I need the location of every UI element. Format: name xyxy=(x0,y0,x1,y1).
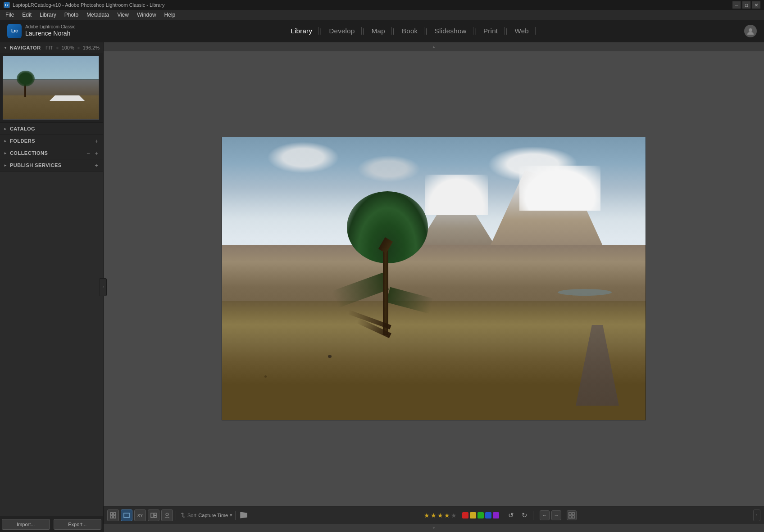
collections-add-button[interactable]: + xyxy=(93,150,100,156)
flag-icon[interactable] xyxy=(240,512,247,518)
rotate-right-button[interactable]: ↻ xyxy=(518,509,530,521)
menu-photo[interactable]: Photo xyxy=(61,11,82,19)
nav-prev-button[interactable]: ← xyxy=(540,510,550,520)
color-yellow[interactable] xyxy=(470,512,476,518)
menu-view[interactable]: View xyxy=(114,11,132,19)
collections-collapse-icon: ► xyxy=(4,151,7,155)
folders-title: Folders xyxy=(10,138,35,144)
module-web[interactable]: Web xyxy=(508,27,535,35)
catalog-title: Catalog xyxy=(10,126,35,131)
import-button[interactable]: Import... xyxy=(2,519,50,530)
catalog-header[interactable]: ► Catalog xyxy=(0,123,103,135)
grid-icon xyxy=(110,512,116,518)
star-2[interactable]: ★ xyxy=(431,512,437,519)
people-icon xyxy=(164,512,170,518)
publish-services-actions: + xyxy=(93,162,100,168)
module-slideshow[interactable]: Slideshow xyxy=(428,27,473,35)
nav-arrows: ← → xyxy=(540,510,561,520)
color-green[interactable] xyxy=(478,512,484,518)
toolbar-sep1 xyxy=(176,511,176,520)
module-separator4: | xyxy=(424,27,428,35)
toolbar-sep4 xyxy=(533,511,533,520)
survey-icon xyxy=(150,513,157,518)
module-print[interactable]: Print xyxy=(477,27,505,35)
toolbar-sep3 xyxy=(502,511,502,520)
nav-next-button[interactable]: → xyxy=(551,510,561,520)
compare-view-button[interactable]: XY xyxy=(134,509,146,521)
svg-rect-5 xyxy=(114,513,116,515)
module-separator3: | xyxy=(392,27,396,35)
survey-view-button[interactable] xyxy=(148,509,159,521)
profile-icon[interactable] xyxy=(744,25,757,37)
rock1 xyxy=(264,375,267,378)
collections-minus-button[interactable]: − xyxy=(85,150,91,156)
export-button[interactable]: Export... xyxy=(54,519,102,530)
logo-text: Adobe Lightroom Classic Laurence Norah xyxy=(25,24,75,37)
color-purple[interactable] xyxy=(493,512,499,518)
publish-services-title: Publish Services xyxy=(10,162,62,168)
folders-add-button[interactable]: + xyxy=(93,138,100,144)
menu-help[interactable]: Help xyxy=(161,11,179,19)
people-view-button[interactable] xyxy=(161,509,173,521)
menu-edit[interactable]: Edit xyxy=(18,11,35,19)
svg-rect-13 xyxy=(569,513,571,515)
loupe-view-button[interactable] xyxy=(121,509,132,521)
maximize-button[interactable]: □ xyxy=(742,1,750,9)
folders-actions: + xyxy=(93,138,100,144)
star-4[interactable]: ★ xyxy=(444,512,450,519)
publish-add-button[interactable]: + xyxy=(93,162,100,168)
module-library[interactable]: Library xyxy=(284,27,319,35)
folders-header[interactable]: ► Folders + xyxy=(0,135,103,147)
star-3[interactable]: ★ xyxy=(437,512,443,519)
publish-services-header-left: ► Publish Services xyxy=(4,162,62,168)
bottom-toolbar: XY ⇅ xyxy=(104,506,764,524)
menu-bar: File Edit Library Photo Metadata View Wi… xyxy=(0,10,764,20)
sort-arrows-icon[interactable]: ⇅ xyxy=(181,512,186,518)
menu-window[interactable]: Window xyxy=(133,11,160,19)
toolbar-sep2 xyxy=(235,511,236,520)
close-button[interactable]: ✕ xyxy=(752,1,760,9)
module-develop[interactable]: Develop xyxy=(323,27,361,35)
collections-header[interactable]: ► Collections − + xyxy=(0,147,103,159)
top-drag-area[interactable]: ▲ xyxy=(104,42,764,51)
svg-rect-6 xyxy=(110,516,113,518)
title-bar: Lr LaptopLRCatalog-v10 - Adobe Photoshop… xyxy=(0,0,764,10)
lrc-badge: Lrc xyxy=(7,24,22,38)
navigator-section: ▼ Navigator FIT ⋄ 100% ⋄ 196.2% xyxy=(0,42,103,123)
collections-title: Collections xyxy=(10,150,48,156)
left-panel-collapse-button[interactable]: ‹ xyxy=(100,278,107,296)
menu-library[interactable]: Library xyxy=(36,11,60,19)
color-red[interactable] xyxy=(462,512,468,518)
grid-view-button[interactable] xyxy=(107,509,119,521)
navigator-header[interactable]: ▼ Navigator FIT ⋄ 100% ⋄ 196.2% xyxy=(0,42,103,53)
bottom-drag-area[interactable]: ▼ xyxy=(104,524,764,532)
catalog-header-left: ► Catalog xyxy=(4,126,35,131)
zoom-196[interactable]: 196.2% xyxy=(83,45,100,50)
module-map[interactable]: Map xyxy=(365,27,392,35)
window-controls: ─ □ ✕ xyxy=(732,1,760,9)
minimize-button[interactable]: ─ xyxy=(732,1,741,9)
svg-rect-14 xyxy=(572,513,574,515)
module-book[interactable]: Book xyxy=(396,27,424,35)
zoom-frame-button[interactable] xyxy=(567,510,577,520)
sort-dropdown-icon[interactable]: ▾ xyxy=(230,512,232,518)
rock2 xyxy=(328,355,332,358)
module-separator6: | xyxy=(505,27,508,35)
svg-rect-16 xyxy=(572,516,574,518)
publish-services-header[interactable]: ► Publish Services + xyxy=(0,159,103,171)
menu-file[interactable]: File xyxy=(2,11,18,19)
zoom-frame-icon xyxy=(568,512,575,519)
right-panel-expand-button[interactable]: › xyxy=(753,509,760,521)
star-5[interactable]: ★ xyxy=(451,512,457,519)
star-1[interactable]: ★ xyxy=(424,512,430,519)
zoom-fit[interactable]: FIT xyxy=(45,45,53,50)
zoom-100[interactable]: 100% xyxy=(62,45,74,50)
sort-value[interactable]: Capture Time xyxy=(198,513,228,518)
color-blue[interactable] xyxy=(485,512,491,518)
window-title: LaptopLRCatalog-v10 - Adobe Photoshop Li… xyxy=(13,2,165,8)
menu-metadata[interactable]: Metadata xyxy=(83,11,113,19)
collections-section: ► Collections − + xyxy=(0,147,103,159)
rotate-left-button[interactable]: ↺ xyxy=(505,509,517,521)
loch xyxy=(558,289,612,296)
color-flags xyxy=(462,512,499,518)
